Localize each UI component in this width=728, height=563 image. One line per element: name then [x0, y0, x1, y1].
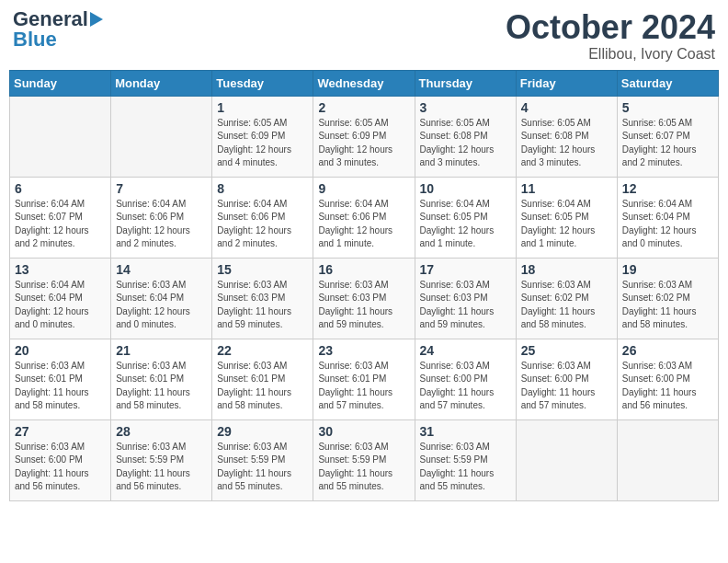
- weekday-header: Sunday: [10, 70, 111, 96]
- calendar-cell: 24Sunrise: 6:03 AM Sunset: 6:00 PM Dayli…: [415, 339, 516, 419]
- day-info: Sunrise: 6:04 AM Sunset: 6:06 PM Dayligh…: [116, 198, 207, 251]
- day-number: 22: [217, 343, 308, 358]
- calendar-cell: 26Sunrise: 6:03 AM Sunset: 6:00 PM Dayli…: [617, 339, 718, 419]
- day-number: 8: [217, 181, 308, 196]
- calendar-table: SundayMondayTuesdayWednesdayThursdayFrid…: [9, 70, 719, 501]
- day-info: Sunrise: 6:03 AM Sunset: 6:00 PM Dayligh…: [521, 360, 612, 413]
- location-subtitle: Ellibou, Ivory Coast: [506, 46, 715, 63]
- calendar-cell: 30Sunrise: 6:03 AM Sunset: 5:59 PM Dayli…: [313, 419, 415, 500]
- title-block: October 2024 Ellibou, Ivory Coast: [506, 9, 715, 63]
- calendar-cell: 28Sunrise: 6:03 AM Sunset: 5:59 PM Dayli…: [111, 419, 212, 500]
- day-number: 23: [318, 343, 409, 358]
- calendar-cell: 17Sunrise: 6:03 AM Sunset: 6:03 PM Dayli…: [415, 258, 516, 339]
- calendar-cell: 23Sunrise: 6:03 AM Sunset: 6:01 PM Dayli…: [313, 339, 415, 419]
- day-info: Sunrise: 6:03 AM Sunset: 6:01 PM Dayligh…: [116, 360, 207, 413]
- day-info: Sunrise: 6:03 AM Sunset: 5:59 PM Dayligh…: [116, 441, 207, 494]
- calendar-cell: 2Sunrise: 6:05 AM Sunset: 6:09 PM Daylig…: [313, 96, 415, 177]
- logo-arrow-icon: [90, 12, 103, 27]
- weekday-header: Wednesday: [313, 70, 415, 96]
- calendar-week-row: 1Sunrise: 6:05 AM Sunset: 6:09 PM Daylig…: [10, 96, 719, 177]
- day-number: 11: [521, 181, 612, 196]
- day-info: Sunrise: 6:03 AM Sunset: 6:00 PM Dayligh…: [622, 360, 713, 413]
- day-info: Sunrise: 6:03 AM Sunset: 6:02 PM Dayligh…: [521, 279, 612, 332]
- month-title: October 2024: [506, 9, 715, 46]
- calendar-cell: 9Sunrise: 6:04 AM Sunset: 6:06 PM Daylig…: [313, 177, 415, 258]
- calendar-cell: 12Sunrise: 6:04 AM Sunset: 6:04 PM Dayli…: [617, 177, 718, 258]
- day-number: 25: [521, 343, 612, 358]
- day-info: Sunrise: 6:04 AM Sunset: 6:04 PM Dayligh…: [15, 279, 106, 332]
- day-info: Sunrise: 6:03 AM Sunset: 6:00 PM Dayligh…: [420, 360, 511, 413]
- day-number: 28: [116, 424, 207, 439]
- day-info: Sunrise: 6:03 AM Sunset: 5:59 PM Dayligh…: [420, 441, 511, 494]
- day-info: Sunrise: 6:04 AM Sunset: 6:06 PM Dayligh…: [318, 198, 409, 251]
- day-info: Sunrise: 6:05 AM Sunset: 6:09 PM Dayligh…: [217, 117, 308, 170]
- calendar-cell: [111, 96, 212, 177]
- day-info: Sunrise: 6:03 AM Sunset: 5:59 PM Dayligh…: [217, 441, 308, 494]
- calendar-cell: [516, 419, 617, 500]
- day-info: Sunrise: 6:04 AM Sunset: 6:06 PM Dayligh…: [217, 198, 308, 251]
- weekday-header: Thursday: [415, 70, 516, 96]
- day-info: Sunrise: 6:05 AM Sunset: 6:09 PM Dayligh…: [318, 117, 409, 170]
- weekday-header: Tuesday: [212, 70, 313, 96]
- calendar-cell: 1Sunrise: 6:05 AM Sunset: 6:09 PM Daylig…: [212, 96, 313, 177]
- calendar-cell: 13Sunrise: 6:04 AM Sunset: 6:04 PM Dayli…: [10, 258, 111, 339]
- day-number: 27: [15, 424, 106, 439]
- day-number: 21: [116, 343, 207, 358]
- page-header: General Blue October 2024 Ellibou, Ivory…: [9, 9, 719, 63]
- calendar-cell: 15Sunrise: 6:03 AM Sunset: 6:03 PM Dayli…: [212, 258, 313, 339]
- calendar-week-row: 27Sunrise: 6:03 AM Sunset: 6:00 PM Dayli…: [10, 419, 719, 500]
- day-info: Sunrise: 6:03 AM Sunset: 5:59 PM Dayligh…: [318, 441, 409, 494]
- calendar-cell: 5Sunrise: 6:05 AM Sunset: 6:07 PM Daylig…: [617, 96, 718, 177]
- day-number: 10: [420, 181, 511, 196]
- calendar-cell: 4Sunrise: 6:05 AM Sunset: 6:08 PM Daylig…: [516, 96, 617, 177]
- calendar-week-row: 20Sunrise: 6:03 AM Sunset: 6:01 PM Dayli…: [10, 339, 719, 419]
- day-number: 30: [318, 424, 409, 439]
- day-number: 31: [420, 424, 511, 439]
- calendar-week-row: 6Sunrise: 6:04 AM Sunset: 6:07 PM Daylig…: [10, 177, 719, 258]
- day-info: Sunrise: 6:03 AM Sunset: 6:02 PM Dayligh…: [622, 279, 713, 332]
- calendar-cell: [10, 96, 111, 177]
- day-number: 1: [217, 100, 308, 115]
- calendar-week-row: 13Sunrise: 6:04 AM Sunset: 6:04 PM Dayli…: [10, 258, 719, 339]
- day-info: Sunrise: 6:05 AM Sunset: 6:07 PM Dayligh…: [622, 117, 713, 170]
- day-info: Sunrise: 6:03 AM Sunset: 6:03 PM Dayligh…: [420, 279, 511, 332]
- day-info: Sunrise: 6:05 AM Sunset: 6:08 PM Dayligh…: [420, 117, 511, 170]
- calendar-cell: 20Sunrise: 6:03 AM Sunset: 6:01 PM Dayli…: [10, 339, 111, 419]
- day-number: 16: [318, 262, 409, 277]
- calendar-cell: 8Sunrise: 6:04 AM Sunset: 6:06 PM Daylig…: [212, 177, 313, 258]
- day-info: Sunrise: 6:03 AM Sunset: 6:01 PM Dayligh…: [318, 360, 409, 413]
- calendar-cell: 14Sunrise: 6:03 AM Sunset: 6:04 PM Dayli…: [111, 258, 212, 339]
- weekday-header: Monday: [111, 70, 212, 96]
- day-number: 3: [420, 100, 511, 115]
- day-number: 5: [622, 100, 713, 115]
- day-info: Sunrise: 6:03 AM Sunset: 6:04 PM Dayligh…: [116, 279, 207, 332]
- calendar-cell: 22Sunrise: 6:03 AM Sunset: 6:01 PM Dayli…: [212, 339, 313, 419]
- calendar-cell: 31Sunrise: 6:03 AM Sunset: 5:59 PM Dayli…: [415, 419, 516, 500]
- calendar-cell: 25Sunrise: 6:03 AM Sunset: 6:00 PM Dayli…: [516, 339, 617, 419]
- calendar-cell: 19Sunrise: 6:03 AM Sunset: 6:02 PM Dayli…: [617, 258, 718, 339]
- calendar-cell: 10Sunrise: 6:04 AM Sunset: 6:05 PM Dayli…: [415, 177, 516, 258]
- day-number: 13: [15, 262, 106, 277]
- logo: General Blue: [13, 9, 103, 50]
- day-number: 14: [116, 262, 207, 277]
- calendar-cell: 27Sunrise: 6:03 AM Sunset: 6:00 PM Dayli…: [10, 419, 111, 500]
- calendar-cell: 16Sunrise: 6:03 AM Sunset: 6:03 PM Dayli…: [313, 258, 415, 339]
- day-number: 19: [622, 262, 713, 277]
- calendar-cell: 6Sunrise: 6:04 AM Sunset: 6:07 PM Daylig…: [10, 177, 111, 258]
- day-info: Sunrise: 6:04 AM Sunset: 6:05 PM Dayligh…: [420, 198, 511, 251]
- logo-text: General: [13, 9, 88, 29]
- day-number: 6: [15, 181, 106, 196]
- calendar-cell: 3Sunrise: 6:05 AM Sunset: 6:08 PM Daylig…: [415, 96, 516, 177]
- day-info: Sunrise: 6:04 AM Sunset: 6:05 PM Dayligh…: [521, 198, 612, 251]
- day-number: 15: [217, 262, 308, 277]
- day-number: 26: [622, 343, 713, 358]
- calendar-cell: [617, 419, 718, 500]
- day-number: 2: [318, 100, 409, 115]
- calendar-cell: 21Sunrise: 6:03 AM Sunset: 6:01 PM Dayli…: [111, 339, 212, 419]
- calendar-cell: 18Sunrise: 6:03 AM Sunset: 6:02 PM Dayli…: [516, 258, 617, 339]
- calendar-cell: 29Sunrise: 6:03 AM Sunset: 5:59 PM Dayli…: [212, 419, 313, 500]
- day-number: 20: [15, 343, 106, 358]
- day-number: 7: [116, 181, 207, 196]
- day-info: Sunrise: 6:05 AM Sunset: 6:08 PM Dayligh…: [521, 117, 612, 170]
- day-info: Sunrise: 6:03 AM Sunset: 6:01 PM Dayligh…: [15, 360, 106, 413]
